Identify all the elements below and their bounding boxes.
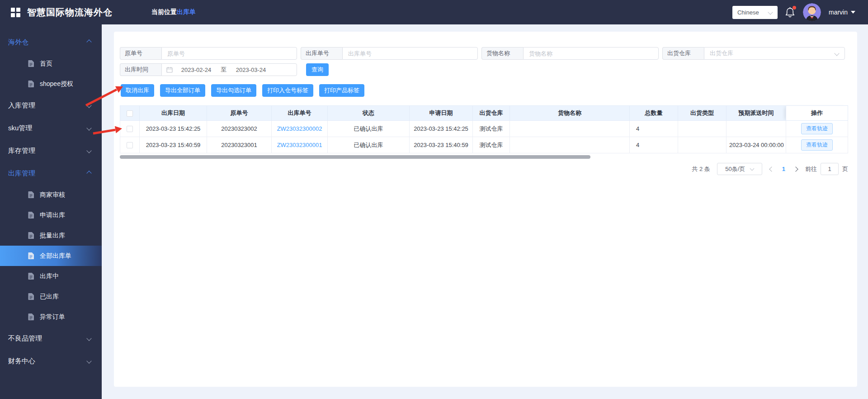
sidebar-group-outbound-management[interactable]: 出库管理 bbox=[0, 162, 102, 185]
outbound-order-link[interactable]: ZW23032300002 bbox=[277, 125, 322, 132]
sidebar-group-finance-center[interactable]: 财务中心 bbox=[0, 350, 102, 372]
shipping-warehouse-select[interactable]: 出货仓库 bbox=[704, 47, 845, 60]
column-header: 原单号 bbox=[207, 106, 272, 121]
sidebar-nav: 海外仓 首页 shopee授权 入库管理 sku管理 库存管理 出库管理 商家审… bbox=[0, 24, 102, 399]
pagination-next-button[interactable] bbox=[793, 167, 798, 171]
filter-shipping-warehouse: 出货仓库 出货仓库 bbox=[662, 47, 845, 60]
page-size-value: 50条/页 bbox=[725, 165, 745, 173]
goto-label: 前往 bbox=[805, 165, 817, 173]
outbound-order-link[interactable]: ZW23032300001 bbox=[277, 142, 322, 148]
page-size-select[interactable]: 50条/页 bbox=[717, 163, 762, 175]
sidebar-item-label: 出库中 bbox=[40, 272, 59, 280]
start-date-input[interactable] bbox=[174, 66, 219, 73]
sidebar-item-label: 已出库 bbox=[40, 293, 59, 301]
pagination-current-page[interactable]: 1 bbox=[781, 166, 786, 172]
select-placeholder: 出货仓库 bbox=[710, 49, 733, 57]
cell-shipping-warehouse: 测试仓库 bbox=[473, 137, 510, 153]
column-header: 申请日期 bbox=[410, 106, 473, 121]
sidebar-item-merchant-review[interactable]: 商家审核 bbox=[0, 185, 102, 205]
chevron-down-icon bbox=[86, 103, 91, 108]
row-checkbox[interactable] bbox=[127, 142, 133, 148]
print-warehouse-label-button[interactable]: 打印入仓号标签 bbox=[262, 84, 313, 97]
print-product-label-button[interactable]: 打印产品标签 bbox=[319, 84, 364, 97]
view-track-button[interactable]: 查看轨迹 bbox=[801, 123, 833, 134]
chevron-down-icon bbox=[768, 10, 773, 14]
export-all-orders-button[interactable]: 导出全部订单 bbox=[160, 84, 205, 97]
language-select[interactable]: Chinese bbox=[732, 6, 778, 19]
user-menu[interactable]: marvin bbox=[829, 9, 855, 16]
chevron-down-icon bbox=[750, 166, 755, 171]
sidebar-item-home[interactable]: 首页 bbox=[0, 53, 102, 74]
sidebar-group-overseas-warehouse[interactable]: 海外仓 bbox=[0, 31, 102, 53]
cell-shipping-type bbox=[678, 137, 726, 153]
document-icon bbox=[28, 60, 34, 67]
column-header-actions: 操作 bbox=[786, 106, 848, 121]
cell-actions: 查看轨迹 bbox=[786, 121, 848, 137]
sidebar-group-inventory-management[interactable]: 库存管理 bbox=[0, 139, 102, 162]
sidebar-item-abnormal-orders[interactable]: 异常订单 bbox=[0, 307, 102, 327]
sidebar-item-shopee-auth[interactable]: shopee授权 bbox=[0, 74, 102, 94]
goto-suffix: 页 bbox=[842, 165, 848, 173]
export-checked-orders-button[interactable]: 导出勾选订单 bbox=[211, 84, 256, 97]
sidebar-group-label: 财务中心 bbox=[8, 357, 35, 366]
document-icon bbox=[28, 293, 34, 300]
chevron-up-icon bbox=[86, 39, 91, 44]
header-right: Chinese bbox=[732, 3, 868, 21]
cell-apply-date: 2023-03-23 15:42:25 bbox=[410, 121, 473, 137]
horizontal-scrollbar-thumb[interactable] bbox=[120, 155, 590, 159]
cell-outbound-order-no: ZW23032300002 bbox=[272, 121, 328, 137]
row-select-cell bbox=[120, 121, 140, 137]
notification-badge bbox=[793, 6, 796, 10]
outbound-order-no-input[interactable] bbox=[342, 47, 478, 60]
column-header: 出库日期 bbox=[140, 106, 207, 121]
goods-name-input[interactable] bbox=[523, 47, 659, 60]
breadcrumb-prefix: 当前位置 bbox=[151, 8, 177, 15]
main-content: 原单号 出库单号 货物名称 出货仓库 出货仓库 出库时间 bbox=[102, 24, 868, 399]
chevron-down-icon bbox=[834, 51, 839, 56]
sidebar-item-batch-outbound[interactable]: 批量出库 bbox=[0, 225, 102, 246]
end-date-input[interactable] bbox=[228, 66, 274, 73]
column-header: 预期派送时间 bbox=[726, 106, 786, 121]
sidebar-group-label: 入库管理 bbox=[8, 101, 35, 110]
cell-total-quantity: 4 bbox=[630, 137, 678, 153]
sidebar-item-all-outbound-orders[interactable]: 全部出库单 bbox=[0, 246, 102, 266]
sidebar-item-label: 首页 bbox=[40, 60, 52, 68]
goto-page-input[interactable] bbox=[821, 163, 839, 175]
cell-goods-name bbox=[510, 121, 630, 137]
sidebar-item-label: 异常订单 bbox=[40, 313, 65, 321]
sidebar-group-defective-management[interactable]: 不良品管理 bbox=[0, 327, 102, 350]
cancel-outbound-button[interactable]: 取消出库 bbox=[121, 84, 154, 97]
breadcrumb: 当前位置出库单 bbox=[151, 8, 196, 16]
row-checkbox[interactable] bbox=[127, 126, 133, 132]
cell-actions: 查看轨迹 bbox=[786, 137, 848, 153]
date-range-picker[interactable]: 至 bbox=[161, 63, 297, 76]
sidebar-item-outbound-done[interactable]: 已出库 bbox=[0, 286, 102, 307]
pagination-prev-button[interactable] bbox=[769, 167, 774, 171]
chevron-down-icon bbox=[86, 358, 91, 363]
search-button[interactable]: 查询 bbox=[306, 63, 329, 76]
caret-down-icon bbox=[851, 11, 855, 14]
sidebar-group-inbound-management[interactable]: 入库管理 bbox=[0, 94, 102, 117]
sidebar-group-sku-management[interactable]: sku管理 bbox=[0, 117, 102, 139]
select-all-checkbox[interactable] bbox=[127, 110, 133, 117]
cell-status: 已确认出库 bbox=[328, 137, 410, 153]
original-order-no-input[interactable] bbox=[161, 47, 297, 60]
pagination-goto: 前往 页 bbox=[805, 163, 848, 175]
cell-expected-delivery-time: 2023-03-24 00:00:00 bbox=[726, 137, 786, 153]
cell-apply-date: 2023-03-23 15:40:59 bbox=[410, 137, 473, 153]
sidebar-item-label: 全部出库单 bbox=[40, 252, 71, 260]
notification-bell-icon[interactable] bbox=[785, 7, 795, 18]
column-header: 出货仓库 bbox=[473, 106, 510, 121]
filter-label: 出货仓库 bbox=[662, 47, 704, 60]
language-select-value: Chinese bbox=[737, 9, 759, 16]
cell-shipping-warehouse: 测试仓库 bbox=[473, 121, 510, 137]
document-icon bbox=[28, 232, 34, 239]
sidebar-item-outbound-in-progress[interactable]: 出库中 bbox=[0, 266, 102, 286]
sidebar-item-apply-outbound[interactable]: 申请出库 bbox=[0, 205, 102, 225]
sidebar-item-label: 商家审核 bbox=[40, 191, 65, 199]
document-icon bbox=[28, 273, 34, 280]
view-track-button[interactable]: 查看轨迹 bbox=[801, 139, 833, 151]
breadcrumb-current-link[interactable]: 出库单 bbox=[177, 8, 196, 15]
date-range-separator: 至 bbox=[219, 66, 228, 74]
user-avatar[interactable] bbox=[803, 3, 821, 21]
